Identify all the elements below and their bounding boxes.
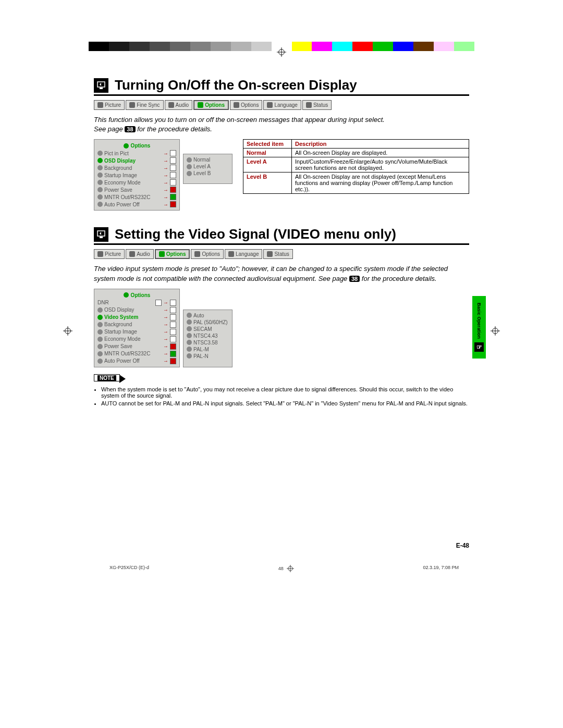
panel-item: OSD Display→ — [96, 157, 177, 164]
section1-desc-b2: for the procedure details. — [137, 125, 212, 133]
footer: XG-P25X/CD (E)-d 48 02.3.19, 7:08 PM — [109, 565, 459, 572]
panel-item: Power Save→ — [96, 343, 177, 350]
sub-panel-2: AutoPAL (50/60HZ)SECAMNTSC4.43NTSC3.58PA… — [183, 310, 232, 367]
panel-item: Auto Power Off→ — [96, 201, 177, 208]
tab-language: Language — [225, 249, 263, 259]
footer-left: XG-P25X/CD (E)-d — [109, 565, 149, 572]
section2-header: Setting the Video Signal (VIDEO menu onl… — [94, 226, 469, 245]
tab-icon — [129, 102, 135, 108]
reg-mark-bottom — [287, 565, 294, 572]
menu-tabs-2: PictureAudioOptionsOptionsLanguageStatus — [94, 249, 469, 259]
tab-icon — [97, 102, 103, 108]
tab-language: Language — [263, 100, 301, 110]
tab-picture: Picture — [94, 249, 125, 259]
table-row: Level AInput/Custom/Freeze/Enlarge/Auto … — [243, 157, 469, 172]
tab-audio: Audio — [126, 249, 154, 259]
panel-item: Auto Power Off→ — [96, 357, 177, 365]
footer-center: 48 — [278, 565, 294, 572]
sub-item: Auto — [186, 312, 230, 319]
reg-mark-left — [63, 326, 73, 336]
tab-fine-sync: Fine Sync — [126, 100, 163, 110]
table-row: Level BAll On-screen Display are not dis… — [243, 172, 469, 194]
table-row: NormalAll On-screen Display are displaye… — [243, 149, 469, 157]
tab-icon — [267, 251, 273, 257]
sub-item: NTSC4.43 — [186, 332, 230, 339]
panel-item: Background→ — [96, 164, 177, 171]
svg-rect-12 — [100, 237, 103, 238]
sub-item: Normal — [186, 156, 230, 163]
section1-desc: This function allows you to turn on or o… — [94, 115, 469, 134]
sub-item: PAL-N — [186, 353, 230, 360]
tab-icon — [306, 102, 312, 108]
reg-mark-top — [276, 47, 287, 57]
section1-desc-a: This function allows you to turn on or o… — [94, 116, 385, 124]
sub-item: SECAM — [186, 326, 230, 332]
sub-item: Level B — [186, 170, 230, 177]
th-desc: Description — [292, 140, 469, 149]
menu-tabs-1: PictureFine SyncAudioOptionsOptionsLangu… — [94, 100, 469, 110]
section2-icon — [94, 227, 108, 242]
page-number: E-48 — [0, 542, 469, 549]
panel2-dnr: DNR→ — [96, 299, 177, 306]
section2-title: Setting the Video Signal (VIDEO menu onl… — [115, 226, 396, 242]
panel-item: MNTR Out/RS232C→ — [96, 350, 177, 357]
tab-options: Options — [193, 100, 229, 110]
osd-table: Selected item Description NormalAll On-s… — [243, 139, 469, 194]
section2-desc-b: for the procedure details. — [362, 275, 437, 282]
panel-item: Power Save→ — [96, 186, 177, 193]
tab-icon — [198, 102, 203, 108]
th-selected: Selected item — [243, 140, 292, 149]
note-item: AUTO cannot be set for PAL-M and PAL-N i… — [101, 400, 469, 406]
sub-item: PAL-M — [186, 346, 230, 353]
panel-item: Pict in Pict→ — [96, 150, 177, 157]
notes-list: When the system mode is set to "Auto", y… — [94, 386, 469, 406]
panel-item: Startup Image→ — [96, 328, 177, 336]
svg-rect-10 — [100, 88, 103, 89]
sub-panel-1: NormalLevel ALevel B — [183, 154, 232, 184]
tab-options: Options — [230, 100, 262, 110]
tab-icon — [168, 102, 174, 108]
options-panel-2: Options DNR→ OSD Display→Video System→Ba… — [94, 289, 180, 367]
tab-icon — [234, 102, 239, 108]
section1-icon — [94, 78, 108, 93]
tab-icon — [194, 251, 200, 257]
reg-mark-right — [490, 326, 500, 336]
tab-icon — [267, 102, 273, 108]
panel2-title: Options — [96, 291, 177, 299]
panel-item: Startup Image→ — [96, 171, 177, 179]
tab-options: Options — [191, 249, 223, 259]
tab-audio: Audio — [165, 100, 193, 110]
page-ref-2: 38 — [349, 276, 360, 282]
panel1-title: Options — [96, 142, 177, 150]
note-label: NOTE — [94, 374, 120, 381]
footer-right: 02.3.19, 7:08 PM — [423, 565, 459, 572]
panel-item: MNTR Out/RS232C→ — [96, 193, 177, 201]
panel-item: OSD Display→ — [96, 306, 177, 314]
section2-desc: The video input system mode is preset to… — [94, 264, 469, 283]
note-item: When the system mode is set to "Auto", y… — [101, 386, 469, 399]
side-tab: Basic Operation ☞ — [472, 296, 486, 359]
page-ref-1: 38 — [125, 126, 135, 132]
sub-item: NTSC3.58 — [186, 339, 230, 346]
tab-status: Status — [263, 249, 292, 259]
tab-picture: Picture — [94, 100, 125, 110]
section1-header: Turning On/Off the On-screen Display — [94, 77, 469, 96]
tab-status: Status — [302, 100, 332, 110]
panel-item: Video System→ — [96, 314, 177, 321]
side-tab-icon: ☞ — [474, 342, 484, 352]
sub-item: PAL (50/60HZ) — [186, 319, 230, 326]
note-block: NOTE When the system mode is set to "Aut… — [94, 373, 469, 406]
section1-title: Turning On/Off the On-screen Display — [115, 77, 357, 93]
panel-item: Background→ — [96, 321, 177, 328]
panel-item: Economy Mode→ — [96, 179, 177, 186]
tab-icon — [97, 251, 103, 257]
options-panel-1: Options Pict in Pict→OSD Display→Backgro… — [94, 139, 180, 211]
tab-options: Options — [155, 249, 190, 259]
panel-item: Economy Mode→ — [96, 336, 177, 343]
tab-icon — [129, 251, 135, 257]
tab-icon — [159, 251, 165, 257]
sub-item: Level A — [186, 163, 230, 170]
tab-icon — [228, 251, 234, 257]
section1-desc-b1: See page — [94, 125, 123, 133]
side-tab-text: Basic Operation — [476, 303, 482, 339]
